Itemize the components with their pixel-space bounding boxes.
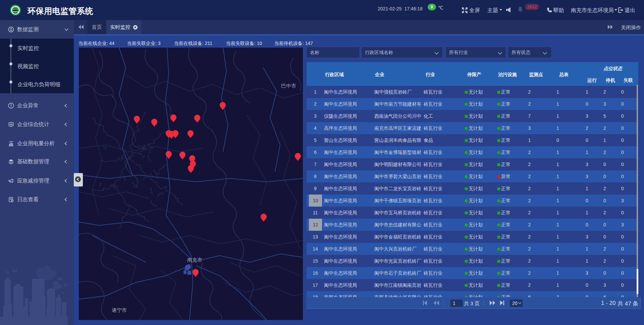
svg-text:南充市: 南充市 (187, 257, 202, 263)
svg-text:遂宁市: 遂宁市 (112, 307, 127, 313)
svg-text:巴中市: 巴中市 (281, 83, 296, 89)
